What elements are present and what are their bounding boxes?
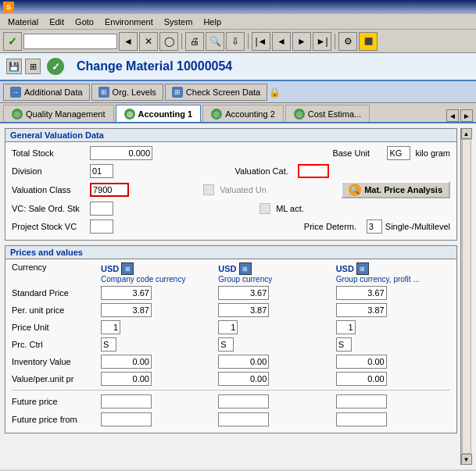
scroll-up[interactable]: ▲ bbox=[461, 128, 472, 139]
row-2-col3[interactable] bbox=[336, 320, 356, 334]
col3-sub-label: Group currency, profit ... bbox=[336, 275, 450, 284]
mat-price-analysis-button[interactable]: 🔍 Mat. Price Analysis bbox=[341, 181, 450, 198]
prices-values-section: Prices and values Currency USD ⊞ bbox=[5, 245, 457, 434]
base-unit-input[interactable] bbox=[387, 146, 410, 160]
app-title: Change Material 10000054 bbox=[77, 59, 232, 73]
valuation-cat-input[interactable] bbox=[298, 164, 329, 178]
menu-environment[interactable]: Environment bbox=[100, 16, 158, 27]
future-price-from-col3[interactable] bbox=[336, 412, 387, 426]
row-5-col2[interactable] bbox=[218, 372, 269, 386]
back-button[interactable]: ◄ bbox=[119, 32, 138, 51]
tab-quality-management[interactable]: ◎ Quality Management bbox=[3, 105, 114, 122]
row-3-col1[interactable] bbox=[101, 337, 116, 351]
print-button[interactable]: 🖨 bbox=[185, 32, 204, 51]
row-2-col1[interactable] bbox=[101, 320, 120, 334]
find-next-button[interactable]: ⇩ bbox=[226, 32, 245, 51]
prev-page-button[interactable]: ◄ bbox=[272, 32, 291, 51]
main-content: General Valuation Data Total Stock Base … bbox=[0, 123, 476, 469]
row-3-col3[interactable] bbox=[336, 337, 352, 351]
tab-bar1: → Additional Data ⊞ Org. Levels ⊞ Check … bbox=[0, 81, 476, 103]
tab-accounting-1[interactable]: ◎ Accounting 1 bbox=[116, 105, 202, 122]
row-3-col2[interactable] bbox=[218, 337, 234, 351]
exit-button[interactable]: ✕ bbox=[139, 32, 158, 51]
future-price-row: Future price bbox=[12, 394, 450, 409]
row-1-col2[interactable] bbox=[218, 303, 269, 317]
valuated-un-checkbox[interactable] bbox=[203, 184, 214, 195]
title-bar: S bbox=[0, 0, 476, 14]
price-row-5: Value/per.unit pr bbox=[12, 371, 450, 387]
future-price-col1[interactable] bbox=[101, 394, 152, 409]
header-save-icon[interactable]: 💾 bbox=[6, 59, 22, 74]
tab-cost-estimation[interactable]: ◎ Cost Estima... bbox=[285, 105, 370, 122]
scroll-track[interactable] bbox=[462, 139, 471, 454]
row-0-col3[interactable] bbox=[336, 286, 387, 300]
status-button[interactable]: ⬛ bbox=[359, 32, 378, 51]
price-determ-label: Price Determ. bbox=[304, 222, 367, 231]
prices-values-body: Currency USD ⊞ Company code currency bbox=[5, 259, 456, 433]
menu-material[interactable]: Material bbox=[3, 16, 43, 27]
org-levels-tab[interactable]: ⊞ Org. Levels bbox=[91, 84, 163, 101]
check-screen-data-tab[interactable]: ⊞ Check Screen Data bbox=[165, 84, 267, 101]
future-price-col3[interactable] bbox=[336, 394, 387, 409]
header-other-icon[interactable]: ⊞ bbox=[25, 59, 41, 74]
acc2-icon: ◎ bbox=[211, 109, 222, 120]
row-1-col1[interactable] bbox=[101, 303, 152, 317]
app-header: 💾 ⊞ ✓ Change Material 10000054 bbox=[0, 53, 476, 81]
ml-act-checkbox[interactable] bbox=[259, 203, 270, 214]
menu-system[interactable]: System bbox=[159, 16, 198, 27]
settings-button[interactable]: ⚙ bbox=[338, 32, 357, 51]
col3-curr-icon: ⊞ bbox=[356, 262, 369, 275]
menu-bar: Material Edit Goto Environment System He… bbox=[0, 14, 476, 30]
ml-act-label: ML act. bbox=[276, 204, 304, 213]
row-5-col3[interactable] bbox=[336, 372, 387, 386]
check-screen-icon: ⊞ bbox=[172, 87, 183, 98]
magnifier-icon: 🔍 bbox=[349, 184, 361, 196]
vc-sale-input[interactable] bbox=[90, 202, 113, 216]
command-input[interactable] bbox=[23, 34, 117, 49]
col1-currency: USD bbox=[101, 264, 119, 273]
future-price-from-col1[interactable] bbox=[101, 412, 152, 426]
material-icon: ✓ bbox=[47, 58, 64, 75]
menu-edit[interactable]: Edit bbox=[45, 16, 69, 27]
row-0-col2[interactable] bbox=[218, 286, 269, 300]
price-row-4: Inventory Value bbox=[12, 354, 450, 369]
col3-currency: USD bbox=[336, 264, 354, 273]
row-4-col2[interactable] bbox=[218, 355, 269, 369]
first-page-button[interactable]: |◄ bbox=[252, 32, 270, 51]
tab-nav-right[interactable]: ► bbox=[460, 109, 473, 122]
tab-accounting-2[interactable]: ◎ Accounting 2 bbox=[202, 105, 284, 122]
price-row-1: Per. unit price bbox=[12, 302, 450, 318]
future-price-from-col2[interactable] bbox=[218, 412, 269, 426]
row-1-col3[interactable] bbox=[336, 303, 387, 317]
lock-icon[interactable]: 🔒 bbox=[269, 87, 280, 98]
project-stock-row: Project Stock VC Price Determ. Single-/M… bbox=[12, 219, 450, 234]
last-page-button[interactable]: ►| bbox=[313, 32, 331, 51]
row-0-col1[interactable] bbox=[101, 286, 152, 300]
next-page-button[interactable]: ► bbox=[292, 32, 311, 51]
project-stock-input[interactable] bbox=[90, 219, 113, 234]
valuation-class-row: Valuation Class Valuated Un 🔍 Mat. Price… bbox=[12, 181, 450, 198]
total-stock-input[interactable] bbox=[90, 146, 152, 160]
tab-nav-left[interactable]: ◄ bbox=[446, 109, 459, 122]
division-input[interactable] bbox=[90, 164, 113, 178]
scroll-down[interactable]: ▼ bbox=[461, 454, 472, 465]
row-4-col1[interactable] bbox=[101, 355, 152, 369]
scrollbar[interactable]: ▲ ▼ bbox=[460, 128, 471, 465]
cancel-button[interactable]: ◯ bbox=[159, 32, 178, 51]
row-4-col3[interactable] bbox=[336, 355, 387, 369]
future-price-col2[interactable] bbox=[218, 394, 269, 409]
menu-goto[interactable]: Goto bbox=[70, 16, 98, 27]
division-label: Division bbox=[12, 166, 90, 176]
confirm-button[interactable]: ✓ bbox=[3, 32, 22, 51]
toolbar: ✓ ◄ ✕ ◯ 🖨 🔍 ⇩ |◄ ◄ ► ►| ⚙ ⬛ bbox=[0, 30, 476, 53]
vc-sale-label: VC: Sale Ord. Stk bbox=[12, 204, 90, 213]
project-stock-label: Project Stock VC bbox=[12, 222, 90, 231]
valuation-class-input[interactable] bbox=[90, 183, 129, 197]
menu-help[interactable]: Help bbox=[199, 16, 226, 27]
valuation-cat-label: Valuation Cat. bbox=[235, 166, 298, 176]
row-2-col2[interactable] bbox=[218, 320, 238, 334]
price-determ-input[interactable] bbox=[367, 219, 382, 234]
additional-data-tab[interactable]: → Additional Data bbox=[3, 84, 90, 101]
row-5-col1[interactable] bbox=[101, 372, 152, 386]
find-button[interactable]: 🔍 bbox=[206, 32, 224, 51]
